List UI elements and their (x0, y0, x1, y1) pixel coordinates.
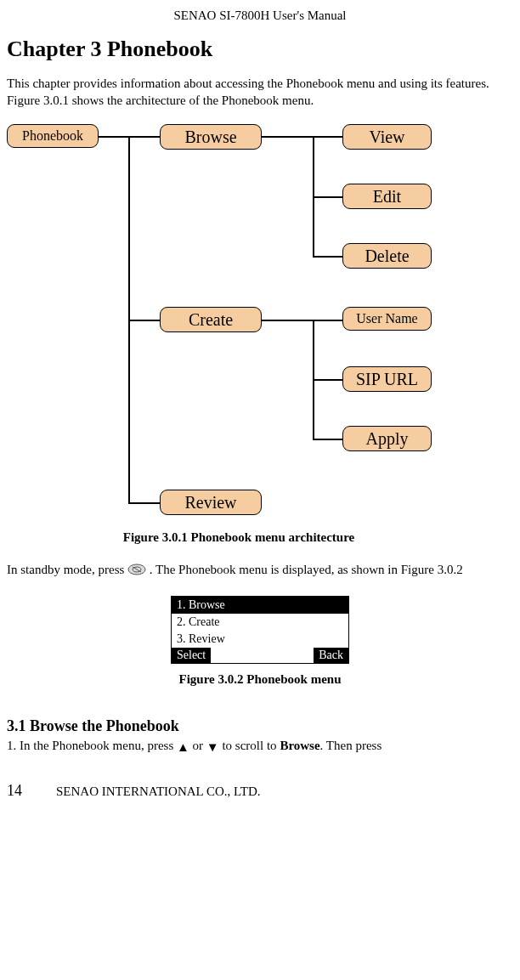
page-number: 14 (7, 782, 22, 800)
intro-paragraph: This chapter provides information about … (7, 76, 513, 109)
diagram-connector (262, 320, 313, 321)
diagram-connector (313, 196, 342, 198)
node-edit: Edit (342, 184, 432, 209)
node-review: Review (160, 490, 262, 515)
node-sip-url: SIP URL (342, 366, 432, 392)
figure-1-caption: Figure 3.0.1 Phonebook menu architecture (0, 530, 513, 545)
chapter-title: Chapter 3 Phonebook (7, 37, 513, 62)
step-text-c: . Then press (320, 739, 382, 752)
step-bold-browse: Browse (280, 739, 319, 752)
paragraph-standby: In standby mode, press . The Phonebook m… (7, 562, 513, 581)
step-text-a: 1. In the Phonebook menu, press (7, 739, 177, 752)
node-phonebook: Phonebook (7, 124, 99, 148)
page-footer: 14 SENAO INTERNATIONAL CO., LTD. (7, 782, 513, 800)
diagram-connector (128, 502, 160, 504)
diagram-connector (313, 379, 342, 381)
diagram-connector (313, 136, 342, 138)
figure-2-caption: Figure 3.0.2 Phonebook menu (7, 672, 513, 687)
diagram-connector (313, 320, 342, 321)
footer-company: SENAO INTERNATIONAL CO., LTD. (56, 785, 261, 799)
menu-item-review: 3. Review (172, 631, 348, 648)
diagram-connector (262, 136, 313, 138)
section-3-1-heading: 3.1 Browse the Phonebook (7, 717, 513, 735)
node-browse: Browse (160, 124, 262, 150)
node-create: Create (160, 307, 262, 332)
diagram-connector (128, 320, 160, 321)
softkey-select: Select (172, 648, 211, 663)
diagram-connector (99, 136, 128, 138)
diagram-connector (128, 136, 160, 138)
menu-item-browse: 1. Browse (172, 597, 348, 614)
triangle-down-icon: ▼ (206, 739, 219, 756)
node-delete: Delete (342, 243, 432, 269)
para1-text-b: . The Phonebook menu is displayed, as sh… (150, 563, 463, 576)
softkey-back: Back (314, 648, 348, 663)
phone-screen-figure: 1. Browse 2. Create 3. Review Select Bac… (171, 596, 349, 664)
softkey-bar: Select Back (172, 648, 348, 663)
step-or: or (189, 739, 206, 752)
menu-item-create: 2. Create (172, 614, 348, 631)
phonebook-key-icon (127, 564, 146, 581)
node-view: View (342, 124, 432, 150)
architecture-diagram: Phonebook Browse View Edit Delete Create… (7, 124, 466, 524)
diagram-connector (313, 256, 342, 258)
para1-text-a: In standby mode, press (7, 563, 127, 576)
diagram-connector (313, 439, 342, 440)
node-apply: Apply (342, 426, 432, 451)
node-user-name: User Name (342, 307, 432, 331)
triangle-up-icon: ▲ (177, 739, 189, 756)
step-text-b: to scroll to (219, 739, 280, 752)
step-1-text: 1. In the Phonebook menu, press ▲ or ▼ t… (7, 737, 513, 756)
page-header: SENAO SI-7800H User's Manual (7, 8, 513, 23)
